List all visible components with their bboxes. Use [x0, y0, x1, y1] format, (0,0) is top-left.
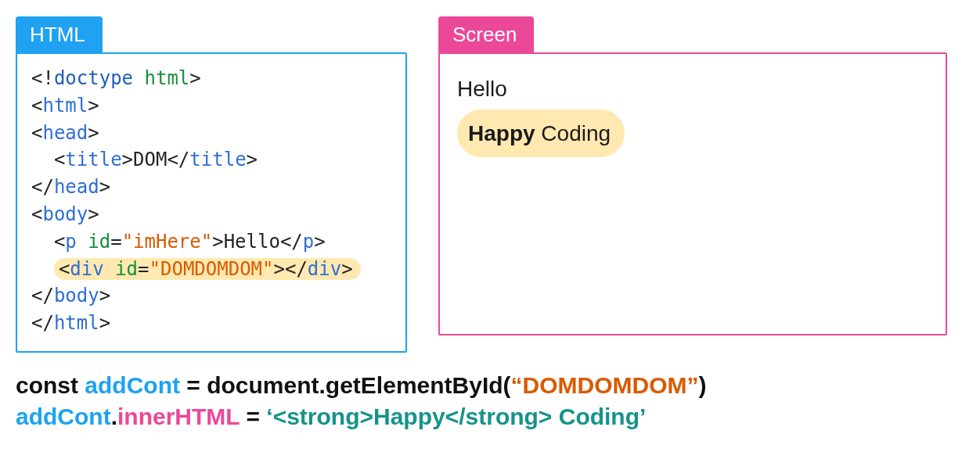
html-code-box: <!doctype html> <html> <head> <title>DOM… — [16, 52, 407, 353]
js-line-2: addCont.innerHTML = ‘<strong>Happy</stro… — [16, 401, 964, 433]
code-token: < — [59, 258, 70, 280]
code-token: < — [31, 122, 42, 144]
code-token — [133, 67, 144, 89]
code-token: > — [314, 231, 325, 253]
output-highlight: Happy Coding — [457, 109, 625, 157]
code-token: html — [42, 95, 88, 117]
code-token: > — [341, 258, 352, 280]
code-token: html — [54, 312, 99, 334]
code-token: "imHere" — [122, 231, 213, 253]
code-token: </ — [31, 312, 54, 334]
code-token: > — [99, 176, 110, 198]
code-token: title — [65, 149, 121, 170]
code-token: < — [31, 203, 42, 225]
code-token: > — [88, 95, 99, 117]
code-token: </ — [167, 149, 189, 170]
code-token: > — [189, 67, 200, 89]
code-token — [31, 149, 54, 170]
js-token: = document.getElementById( — [180, 372, 511, 398]
code-token: </ — [31, 285, 54, 307]
js-token-quote: ” — [687, 372, 699, 398]
code-token: < — [54, 149, 65, 170]
output-line-hello: Hello — [457, 68, 928, 109]
code-token: p — [303, 231, 314, 253]
code-token: </ — [280, 231, 303, 253]
code-token — [104, 258, 115, 280]
code-token: Hello — [224, 231, 280, 253]
tab-html: HTML — [16, 16, 103, 53]
js-token: = — [240, 404, 266, 429]
code-token: html — [145, 67, 190, 89]
js-token: const — [16, 372, 85, 398]
code-token: body — [54, 285, 99, 307]
js-token: ) — [699, 372, 707, 398]
code-token: title — [189, 149, 246, 170]
code-token: > — [212, 231, 223, 253]
code-token: <! — [31, 67, 54, 89]
js-token-var: addCont — [85, 372, 180, 398]
code-token: div — [70, 258, 103, 280]
code-token: > — [88, 122, 99, 144]
code-token: head — [42, 122, 88, 144]
output-text: Coding — [535, 121, 611, 145]
code-token: < — [31, 95, 42, 117]
js-token: . — [111, 404, 117, 429]
js-token-var: addCont — [16, 404, 111, 429]
output-strong: Happy — [468, 121, 535, 145]
html-code: <!doctype html> <html> <head> <title>DOM… — [31, 65, 391, 337]
screen-panel: Screen Hello Happy Coding — [438, 16, 947, 335]
code-token: </ — [31, 176, 54, 198]
code-token: p — [65, 231, 76, 253]
code-token: > — [99, 312, 110, 334]
code-token: < — [54, 231, 65, 253]
code-token: > — [247, 149, 258, 170]
js-token-value: ‘<strong>Happy</strong> Coding’ — [266, 404, 646, 429]
html-panel: HTML <!doctype html> <html> <head> <titl… — [16, 16, 407, 353]
js-token-prop: innerHTML — [117, 404, 240, 429]
code-token: "DOMDOMDOM" — [150, 258, 274, 280]
code-token: id — [115, 258, 138, 280]
code-highlight: <div id="DOMDOMDOM"></div> — [54, 258, 361, 280]
js-token-quote: “ — [511, 372, 523, 398]
tab-screen: Screen — [438, 16, 534, 53]
code-token: = — [138, 258, 149, 280]
code-token: > — [273, 258, 284, 280]
code-token: > — [88, 203, 99, 225]
code-token: doctype — [54, 67, 133, 89]
code-token — [31, 231, 54, 253]
code-token: head — [54, 176, 99, 198]
code-token: > — [122, 149, 133, 170]
code-token: DOM — [133, 149, 167, 170]
screen-output-box: Hello Happy Coding — [438, 52, 947, 335]
screen-output: Hello Happy Coding — [457, 68, 928, 157]
code-token: </ — [285, 258, 308, 280]
js-line-1: const addCont = document.getElementById(… — [16, 370, 964, 402]
code-token: > — [99, 285, 110, 307]
code-token: = — [110, 231, 121, 253]
code-token: body — [42, 203, 88, 225]
js-snippet: const addCont = document.getElementById(… — [16, 370, 964, 433]
code-token — [31, 258, 54, 280]
code-token: div — [308, 258, 341, 280]
js-token-string: DOMDOMDOM — [523, 372, 687, 398]
code-token — [77, 231, 88, 253]
code-token: id — [88, 231, 110, 253]
output-line-happy-coding: Happy Coding — [457, 109, 928, 157]
